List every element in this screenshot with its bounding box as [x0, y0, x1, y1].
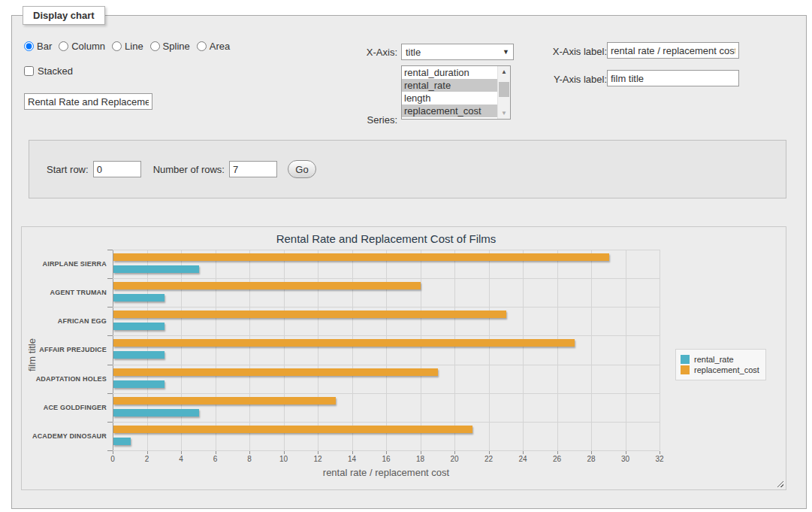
chevron-down-icon: ▼: [503, 48, 509, 56]
y-tick-mark: [107, 393, 113, 394]
legend-item-rental_rate[interactable]: rental_rate: [681, 355, 759, 364]
gridline: [113, 450, 660, 451]
series-option-rental_duration[interactable]: rental_duration: [402, 66, 497, 79]
legend-label: replacement_cost: [694, 365, 759, 374]
bar-rental_rate: [113, 351, 165, 359]
x-tick-label: 30: [614, 455, 637, 463]
go-button[interactable]: Go: [288, 160, 316, 178]
x-tick-label: 26: [546, 455, 569, 463]
x-tick-mark: [386, 451, 387, 454]
gridline: [113, 422, 660, 423]
y-axis-line: [113, 250, 113, 450]
chart-type-radio-column[interactable]: [59, 41, 68, 51]
bar-rental_rate: [113, 323, 165, 330]
bar-replacement_cost: [113, 253, 609, 261]
chart-type-option-area[interactable]: Area: [197, 41, 230, 52]
x-tick-label: 18: [409, 455, 432, 463]
chart-type-option-bar[interactable]: Bar: [24, 41, 52, 52]
chart-container: Rental Rate and Replacement Cost of Film…: [21, 226, 786, 490]
x-tick-label: 4: [170, 455, 192, 463]
x-tick-label: 0: [101, 455, 124, 463]
x-axis-selected-value: title: [406, 47, 503, 58]
chart-title: Rental Rate and Replacement Cost of Film…: [113, 232, 660, 245]
gridline: [318, 250, 318, 450]
x-tick-label: 10: [273, 455, 295, 463]
x-tick-label: 2: [136, 455, 158, 463]
number-of-rows-label: Number of rows:: [153, 164, 225, 175]
bar-rental_rate: [113, 409, 199, 417]
legend-item-replacement_cost[interactable]: replacement_cost: [681, 365, 759, 374]
chart-type-radio-bar[interactable]: [24, 41, 34, 51]
chart-legend: rental_ratereplacement_cost: [675, 349, 766, 380]
chart-type-label: Area: [210, 41, 230, 52]
gridline: [454, 250, 455, 450]
gridline: [352, 250, 353, 450]
x-tick-label: 6: [204, 455, 227, 463]
x-axis-select-label: X-Axis:: [328, 47, 397, 58]
x-axis-select[interactable]: title ▼: [401, 44, 514, 60]
series-scrollbar[interactable]: ▲ ▼: [497, 66, 510, 119]
x-tick-label: 12: [306, 455, 329, 463]
gridline: [113, 393, 660, 394]
category-label: AIRPLANE SIERRA: [22, 250, 107, 278]
legend-swatch-icon: [681, 355, 690, 364]
x-tick-label: 28: [580, 455, 602, 463]
category-label: ACE GOLDFINGER: [22, 393, 107, 422]
y-tick-mark: [107, 335, 113, 336]
chart-type-radio-group: BarColumnLineSplineArea: [24, 41, 237, 52]
chart-type-radio-line[interactable]: [112, 41, 122, 51]
series-option-replacement_cost[interactable]: replacement_cost: [402, 105, 497, 117]
y-tick-mark: [107, 365, 113, 365]
x-tick-mark: [660, 451, 660, 454]
x-axis-label-input[interactable]: [607, 42, 739, 59]
gridline: [284, 250, 285, 450]
x-tick-mark: [626, 451, 626, 454]
gridline: [113, 307, 660, 308]
legend-label: rental_rate: [694, 355, 734, 364]
chart-plot-area: [113, 250, 660, 450]
x-tick-mark: [454, 451, 455, 454]
y-tick-mark: [107, 278, 113, 279]
y-tick-mark: [107, 250, 113, 250]
series-option-length[interactable]: length: [402, 92, 497, 105]
gridline: [181, 250, 182, 450]
series-multiselect[interactable]: rental_durationrental_ratelengthreplacem…: [401, 65, 511, 120]
bar-replacement_cost: [113, 282, 421, 289]
gridline: [386, 250, 387, 450]
x-tick-mark: [318, 451, 318, 454]
category-label: AFFAIR PREJUDICE: [22, 335, 107, 364]
rows-form: Start row: Number of rows: Go: [29, 140, 786, 198]
stacked-option[interactable]: Stacked: [24, 65, 73, 77]
gridline: [660, 250, 660, 450]
chart-type-option-spline[interactable]: Spline: [150, 41, 190, 52]
stacked-checkbox[interactable]: [24, 66, 34, 76]
x-tick-mark: [523, 451, 524, 454]
category-label: AGENT TRUMAN: [22, 278, 107, 307]
x-tick-mark: [284, 451, 285, 454]
number-of-rows-input[interactable]: [229, 161, 277, 177]
chart-type-radio-area[interactable]: [197, 41, 207, 51]
chart-type-option-line[interactable]: Line: [112, 41, 143, 52]
x-tick-mark: [147, 451, 148, 454]
scroll-up-icon[interactable]: ▲: [498, 66, 510, 77]
gridline: [147, 250, 148, 450]
x-tick-mark: [216, 451, 216, 454]
chart-type-radio-spline[interactable]: [150, 41, 160, 51]
bar-replacement_cost: [113, 368, 438, 376]
resize-grip-icon[interactable]: [775, 479, 783, 487]
chart-x-axis-title: rental rate / replacement cost: [113, 467, 660, 478]
scrollbar-thumb[interactable]: [499, 82, 509, 97]
series-option-rental_rate[interactable]: rental_rate: [402, 79, 497, 92]
scroll-down-icon[interactable]: ▼: [498, 108, 510, 119]
chart-type-label: Line: [125, 41, 143, 52]
x-tick-mark: [591, 451, 592, 454]
start-row-input[interactable]: [93, 161, 141, 177]
gridline: [216, 250, 216, 450]
chart-title-input[interactable]: [24, 93, 152, 110]
x-tick-label: 14: [341, 455, 364, 463]
chart-type-option-column[interactable]: Column: [59, 41, 105, 52]
y-axis-label-label: Y-Axis label:: [538, 74, 607, 85]
y-tick-mark: [107, 307, 113, 308]
chart-type-label: Column: [71, 41, 105, 52]
y-axis-label-input[interactable]: [607, 70, 739, 86]
